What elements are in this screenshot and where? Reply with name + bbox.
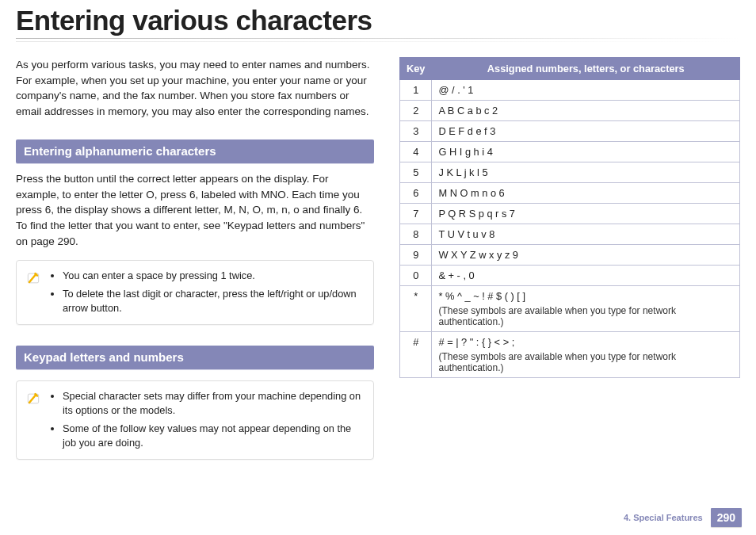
key-cell: 2 — [400, 101, 432, 121]
network-auth-note: (These symbols are available when you ty… — [438, 351, 733, 373]
key-cell: * — [400, 286, 432, 332]
note-box-2: Special character sets may differ from y… — [16, 380, 374, 460]
key-cell: 0 — [400, 266, 432, 286]
section1-body: Press the button until the correct lette… — [16, 171, 374, 249]
chars-cell: W X Y Z w x y z 9 — [432, 245, 740, 266]
key-cell: 7 — [400, 204, 432, 224]
chars-cell: @ / . ' 1 — [432, 80, 740, 101]
chars-cell: & + - , 0 — [432, 266, 740, 286]
note-icon — [25, 269, 42, 316]
table-row: ## = | ? " : { } < > ;(These symbols are… — [400, 332, 740, 378]
footer-chapter: 4. Special Features — [624, 513, 703, 522]
table-row: 3D E F d e f 3 — [400, 121, 740, 142]
table-row: 6M N O m n o 6 — [400, 183, 740, 204]
left-column: As you perform various tasks, you may ne… — [16, 57, 374, 464]
table-row: 7P Q R S p q r s 7 — [400, 204, 740, 224]
note-content-2: Special character sets may differ from y… — [50, 389, 364, 451]
intro-paragraph: As you perform various tasks, you may ne… — [16, 57, 374, 119]
section-heading-keypad: Keypad letters and numbers — [16, 346, 374, 369]
th-key: Key — [400, 58, 432, 80]
table-row: 5J K L j k l 5 — [400, 162, 740, 183]
network-auth-note: (These symbols are available when you ty… — [438, 305, 733, 327]
chars-cell: P Q R S p q r s 7 — [432, 204, 740, 224]
key-cell: 1 — [400, 80, 432, 101]
chars-cell: A B C a b c 2 — [432, 101, 740, 121]
table-row: 1@ / . ' 1 — [400, 80, 740, 101]
key-cell: 6 — [400, 183, 432, 204]
chars-cell: G H I g h i 4 — [432, 142, 740, 162]
note-item: Some of the follow key values may not ap… — [63, 422, 364, 451]
right-column: Key Assigned numbers, letters, or charac… — [399, 57, 740, 464]
key-cell: # — [400, 332, 432, 378]
key-cell: 3 — [400, 121, 432, 142]
key-cell: 8 — [400, 224, 432, 245]
th-chars: Assigned numbers, letters, or characters — [432, 58, 740, 80]
note-item: Special character sets may differ from y… — [63, 389, 364, 418]
table-row: 0& + - , 0 — [400, 266, 740, 286]
note-item: To delete the last digit or character, p… — [63, 287, 364, 316]
footer-page-number: 290 — [711, 508, 742, 527]
page-title: Entering various characters — [16, 5, 740, 36]
key-cell: 9 — [400, 245, 432, 266]
key-cell: 4 — [400, 142, 432, 162]
chars-cell: M N O m n o 6 — [432, 183, 740, 204]
note-item: You can enter a space by pressing 1 twic… — [63, 269, 364, 284]
keypad-table: Key Assigned numbers, letters, or charac… — [399, 57, 740, 378]
chars-cell: # = | ? " : { } < > ;(These symbols are … — [432, 332, 740, 378]
table-row: ** % ^ _ ~ ! # $ ( ) [ ](These symbols a… — [400, 286, 740, 332]
note-icon — [25, 389, 42, 451]
table-row: 9W X Y Z w x y z 9 — [400, 245, 740, 266]
chars-cell: T U V t u v 8 — [432, 224, 740, 245]
page-footer: 4. Special Features 290 — [624, 508, 742, 527]
title-divider — [16, 38, 740, 43]
chars-cell: D E F d e f 3 — [432, 121, 740, 142]
chars-cell: * % ^ _ ~ ! # $ ( ) [ ](These symbols ar… — [432, 286, 740, 332]
table-row: 8T U V t u v 8 — [400, 224, 740, 245]
key-cell: 5 — [400, 162, 432, 183]
table-row: 4G H I g h i 4 — [400, 142, 740, 162]
section-heading-alphanumeric: Entering alphanumeric characters — [16, 139, 374, 163]
chars-cell: J K L j k l 5 — [432, 162, 740, 183]
table-row: 2A B C a b c 2 — [400, 101, 740, 121]
note-box-1: You can enter a space by pressing 1 twic… — [16, 260, 374, 325]
note-content-1: You can enter a space by pressing 1 twic… — [50, 269, 364, 316]
